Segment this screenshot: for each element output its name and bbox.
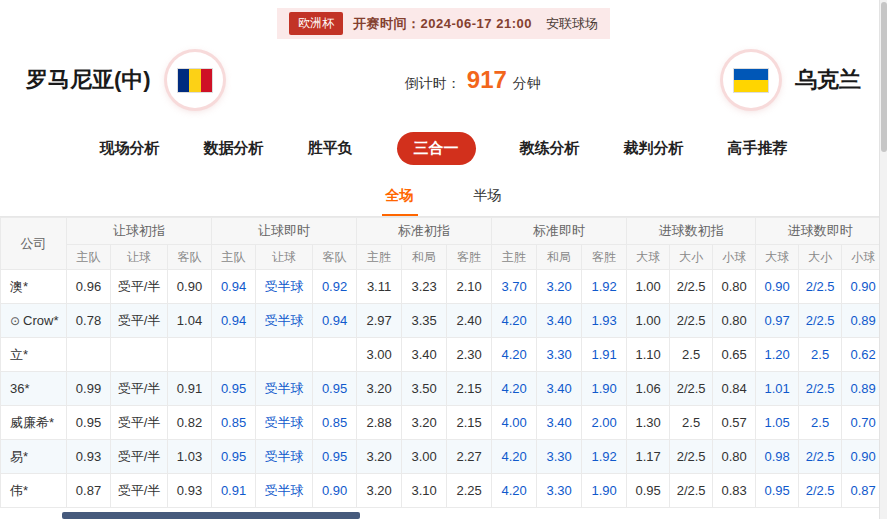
subtab-2[interactable]: 半场 (470, 179, 506, 216)
ukraine-flag-icon (733, 68, 769, 93)
odds-cell: 0.65 (713, 338, 756, 372)
odds-cell (212, 338, 256, 372)
odds-cell: 0.87 (67, 474, 111, 508)
odds-cell: 3.20 (537, 270, 582, 304)
romania-flag-icon (177, 68, 213, 93)
sub-header: 和局 (402, 245, 447, 270)
odds-cell: 0.96 (67, 270, 111, 304)
odds-cell: 3.40 (537, 304, 582, 338)
group-header: 让球即时 (212, 218, 357, 245)
group-header: 标准即时 (492, 218, 627, 245)
company-name: 伟* (10, 483, 28, 498)
odds-cell: 0.90 (313, 474, 357, 508)
odds-cell: 3.20 (357, 372, 402, 406)
company-cell[interactable]: 威廉希* (1, 406, 67, 440)
odds-cell: 2/2.5 (670, 440, 713, 474)
odds-cell: 4.20 (492, 440, 537, 474)
odds-cell: 1.91 (582, 338, 627, 372)
odds-cell: 0.85 (313, 406, 357, 440)
odds-cell: 受平/半 (111, 270, 168, 304)
group-header: 让球初指 (67, 218, 212, 245)
vertical-scrollbar-track[interactable] (879, 0, 887, 519)
company-cell[interactable]: 澳* (1, 270, 67, 304)
vertical-scrollbar-thumb[interactable] (881, 2, 887, 152)
company-cell[interactable]: 立* (1, 338, 67, 372)
odds-cell: 3.40 (537, 406, 582, 440)
odds-cell: 2.5 (799, 338, 842, 372)
odds-cell: 2.40 (447, 304, 492, 338)
odds-cell: 0.91 (168, 372, 212, 406)
subtab-1[interactable]: 全场 (382, 179, 418, 216)
league-badge: 欧洲杯 (289, 12, 343, 35)
nav-tab-6[interactable]: 裁判分析 (624, 139, 684, 158)
period-subtabs: 全场半场 (0, 179, 887, 217)
odds-cell: 3.20 (357, 440, 402, 474)
away-team: 乌克兰 (723, 52, 861, 108)
company-name: 威廉希* (10, 415, 54, 430)
odds-cell: 2/2.5 (670, 270, 713, 304)
nav-tab-4[interactable]: 三合一 (397, 132, 476, 165)
odds-cell: 3.30 (537, 474, 582, 508)
odds-cell: 0.98 (756, 440, 799, 474)
sub-header: 让球 (111, 245, 168, 270)
sub-header: 客队 (313, 245, 357, 270)
nav-tab-3[interactable]: 胜平负 (308, 139, 353, 158)
match-info-strip-wrap: 欧洲杯 开赛时间：2024-06-17 21:00 安联球场 (0, 0, 887, 39)
company-column-header: 公司 (1, 218, 67, 270)
odds-cell: 0.57 (713, 406, 756, 440)
odds-page: 欧洲杯 开赛时间：2024-06-17 21:00 安联球场 罗马尼亚(中) 倒… (0, 0, 887, 519)
odds-cell: 受半球 (256, 474, 313, 508)
company-logo-icon: ⊙ (10, 314, 20, 328)
odds-cell: 3.00 (357, 338, 402, 372)
sub-header: 和局 (537, 245, 582, 270)
odds-cell: 2.97 (357, 304, 402, 338)
odds-cell: 2/2.5 (799, 474, 842, 508)
match-info-strip: 欧洲杯 开赛时间：2024-06-17 21:00 安联球场 (277, 8, 610, 39)
company-name: 36* (10, 381, 30, 396)
home-flag-badge (167, 52, 223, 108)
odds-table-body: 澳*0.96受平/半0.900.94受半球0.923.113.232.103.7… (1, 270, 885, 508)
main-nav: 现场分析数据分析胜平负三合一教练分析裁判分析高手推荐 (0, 120, 887, 179)
nav-tab-7[interactable]: 高手推荐 (728, 139, 788, 158)
company-name: 立* (10, 347, 28, 362)
odds-cell: 0.94 (212, 270, 256, 304)
odds-cell: 受半球 (256, 406, 313, 440)
odds-cell: 0.95 (756, 474, 799, 508)
countdown: 倒计时： 917 分钟 (405, 66, 541, 94)
horizontal-scrollbar-thumb[interactable] (62, 512, 360, 519)
odds-cell: 0.90 (168, 270, 212, 304)
odds-cell: 受平/半 (111, 372, 168, 406)
nav-tab-2[interactable]: 数据分析 (204, 139, 264, 158)
company-cell[interactable]: 36* (1, 372, 67, 406)
sub-header: 主胜 (492, 245, 537, 270)
group-header: 进球数初指 (627, 218, 756, 245)
odds-cell: 2.10 (447, 270, 492, 304)
company-cell[interactable]: 易* (1, 440, 67, 474)
odds-cell: 受半球 (256, 304, 313, 338)
nav-tab-1[interactable]: 现场分析 (100, 139, 160, 158)
odds-cell: 2.27 (447, 440, 492, 474)
sub-header: 客队 (168, 245, 212, 270)
odds-cell: 0.85 (212, 406, 256, 440)
odds-cell: 2/2.5 (799, 304, 842, 338)
odds-cell: 4.20 (492, 372, 537, 406)
odds-cell: 2.15 (447, 406, 492, 440)
table-row: 澳*0.96受平/半0.900.94受半球0.923.113.232.103.7… (1, 270, 885, 304)
company-cell[interactable]: 伟* (1, 474, 67, 508)
sub-header: 客胜 (447, 245, 492, 270)
table-row: 36*0.99受平/半0.910.95受半球0.953.203.502.154.… (1, 372, 885, 406)
countdown-unit: 分钟 (513, 75, 541, 93)
odds-cell: 2.15 (447, 372, 492, 406)
odds-cell: 0.84 (713, 372, 756, 406)
odds-cell: 2/2.5 (670, 474, 713, 508)
sub-header: 大球 (756, 245, 799, 270)
odds-cell: 3.20 (402, 406, 447, 440)
odds-cell: 2/2.5 (670, 372, 713, 406)
odds-cell (168, 338, 212, 372)
odds-cell: 2.5 (799, 406, 842, 440)
odds-cell: 0.92 (313, 270, 357, 304)
company-cell[interactable]: ⊙Crow* (1, 304, 67, 338)
nav-tab-5[interactable]: 教练分析 (520, 139, 580, 158)
odds-cell: 4.20 (492, 474, 537, 508)
odds-cell: 0.91 (212, 474, 256, 508)
